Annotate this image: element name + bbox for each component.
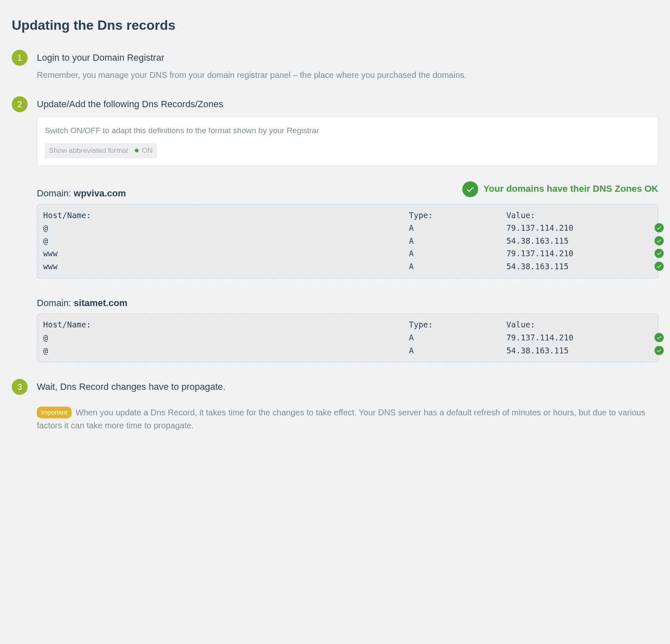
col-value: Value: — [506, 210, 640, 221]
check-icon — [655, 249, 664, 258]
table-row: @A79.137.114.210 — [43, 222, 652, 234]
domain-name: sitamet.com — [74, 298, 127, 308]
cell-ok — [640, 345, 652, 356]
dns-records-box: Host/Name:Type:Value:@A79.137.114.210@A5… — [37, 204, 658, 278]
col-value: Value: — [506, 319, 640, 330]
dns-status-text: Your domains have their DNS Zones OK — [483, 183, 658, 196]
cell-ok — [640, 222, 652, 234]
table-header: Host/Name:Type:Value: — [43, 209, 652, 222]
cell-value: 54.38.163.115 — [506, 235, 640, 247]
cell-type: A — [409, 261, 507, 272]
cell-host: www — [43, 248, 409, 259]
step-3-body-wrap: importantWhen you update a Dns Record, i… — [37, 406, 658, 432]
step-badge-3: 3 — [12, 379, 28, 395]
domain-prefix: Domain: — [37, 298, 74, 308]
cell-host: @ — [43, 222, 409, 234]
step-1-body: Remember, you manage your DNS from your … — [37, 69, 658, 81]
step-1-title: Login to your Domain Registrar — [37, 52, 658, 64]
format-toggle-label: Show abbreviated format — [49, 146, 128, 156]
table-row: @A54.38.163.115 — [43, 234, 652, 247]
step-3-body: When you update a Dns Record, it takes t… — [37, 408, 645, 430]
dns-records-box: Host/Name:Type:Value:@A79.137.114.210@A5… — [37, 314, 658, 362]
format-toggle[interactable]: Show abbreviated format ON — [45, 143, 157, 158]
format-panel: Switch ON/OFF to adapt this definitions … — [37, 116, 658, 166]
cell-value: 79.137.114.210 — [506, 332, 640, 343]
check-icon — [655, 346, 664, 355]
step-badge-2: 2 — [12, 96, 28, 112]
cell-value: 54.38.163.115 — [506, 261, 640, 272]
table-row: @A54.38.163.115 — [43, 344, 652, 357]
check-icon — [655, 236, 664, 245]
cell-host: www — [43, 261, 409, 272]
col-type: Type: — [409, 210, 507, 221]
step-2: 2 Update/Add the following Dns Records/Z… — [12, 98, 658, 363]
check-icon — [655, 262, 664, 271]
cell-host: @ — [43, 345, 409, 356]
col-host: Host/Name: — [43, 319, 409, 330]
domain-label: Domain: sitamet.com — [37, 297, 658, 310]
check-icon — [655, 223, 664, 232]
step-2-title: Update/Add the following Dns Records/Zon… — [37, 98, 658, 111]
table-row: @A79.137.114.210 — [43, 331, 652, 344]
cell-value: 79.137.114.210 — [506, 222, 640, 234]
page-title: Updating the Dns records — [12, 16, 658, 35]
cell-ok — [640, 261, 652, 272]
cell-ok — [640, 235, 652, 247]
step-3: 3 Wait, Dns Record changes have to propa… — [12, 381, 658, 432]
cell-host: @ — [43, 332, 409, 343]
domain-name: wpviva.com — [74, 188, 126, 198]
cell-host: @ — [43, 235, 409, 247]
important-badge: important — [37, 407, 72, 418]
cell-value: 79.137.114.210 — [506, 248, 640, 259]
cell-type: A — [409, 248, 507, 259]
cell-ok — [640, 248, 652, 259]
cell-type: A — [409, 345, 507, 356]
cell-type: A — [409, 235, 507, 247]
check-icon — [462, 181, 478, 197]
format-toggle-state: ON — [142, 146, 153, 156]
table-header: Host/Name:Type:Value: — [43, 318, 652, 331]
cell-ok — [640, 332, 652, 343]
toggle-dot-icon — [135, 149, 139, 152]
check-icon — [655, 333, 664, 342]
col-type: Type: — [409, 319, 507, 330]
table-row: wwwA79.137.114.210 — [43, 247, 652, 260]
col-host: Host/Name: — [43, 210, 409, 221]
table-row: wwwA54.38.163.115 — [43, 260, 652, 273]
format-panel-desc: Switch ON/OFF to adapt this definitions … — [45, 125, 650, 137]
step-1: 1 Login to your Domain Registrar Remembe… — [12, 52, 658, 81]
cell-type: A — [409, 332, 507, 343]
step-3-title: Wait, Dns Record changes have to propaga… — [37, 381, 658, 394]
cell-type: A — [409, 222, 507, 234]
cell-value: 54.38.163.115 — [506, 345, 640, 356]
step-badge-1: 1 — [12, 50, 28, 66]
domain-prefix: Domain: — [37, 188, 74, 198]
